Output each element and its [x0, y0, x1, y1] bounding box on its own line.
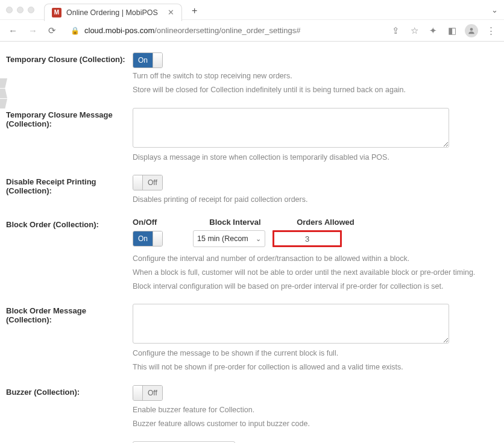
label-buzzer: Buzzer (Collection):	[6, 385, 133, 397]
toggle-knob	[133, 175, 143, 190]
label-disable-receipt: Disable Receipt Printing (Collection):	[6, 175, 133, 195]
select-value: 15 min (Recom	[197, 234, 248, 243]
row-temp-closure: Temporary Closure (Collection): On Turn …	[6, 46, 492, 102]
maximize-window-icon[interactable]	[28, 7, 34, 13]
orders-value: 3	[305, 234, 309, 243]
url-path: /onlineordersetting/online_order_setting…	[154, 26, 300, 35]
titlebar: M Online Ordering | MobiPOS ✕ + ⌄	[0, 0, 504, 19]
help-text: Displays a message in store when collect…	[133, 152, 492, 163]
label-block-order: Block Order (Collection):	[6, 218, 133, 229]
chevron-down-icon: ⌄	[256, 235, 261, 243]
settings-form: Temporary Closure (Collection): On Turn …	[0, 42, 504, 443]
toggle-knob	[133, 386, 143, 400]
label-block-order-msg: Block Order Message (Collection):	[6, 304, 133, 324]
row-disable-receipt: Disable Receipt Printing (Collection): O…	[6, 169, 492, 212]
close-tab-icon[interactable]: ✕	[168, 8, 174, 17]
toggle-label: On	[133, 231, 153, 246]
toggle-knob	[153, 231, 162, 246]
textarea-block-order-msg[interactable]	[133, 304, 449, 344]
address-bar[interactable]: 🔒 cloud.mobi-pos.com/onlineordersetting/…	[65, 24, 383, 37]
forward-button: →	[26, 25, 40, 36]
help-text: This will not be shown if pre-order for …	[133, 362, 492, 373]
help-text: Turn off the switch to stop receiving ne…	[133, 71, 492, 82]
share-icon[interactable]: ⇪	[389, 25, 402, 36]
window-controls[interactable]	[6, 7, 34, 13]
lock-icon: 🔒	[71, 27, 80, 35]
row-buzzer-name: Buzzer Name (Collection): Buzzer name sh…	[6, 435, 492, 443]
toggle-label: On	[133, 53, 153, 68]
reload-button[interactable]: ⟳	[46, 25, 58, 36]
close-window-icon[interactable]	[6, 7, 13, 13]
help-text: Configure the message to be shown if the…	[133, 348, 492, 359]
help-text: Configure the interval and number of ord…	[133, 253, 492, 265]
tabs-dropdown-icon[interactable]: ⌄	[491, 5, 498, 14]
header-interval: Block Interval	[193, 218, 277, 227]
block-order-headers: On/Off Block Interval Orders Allowed	[133, 218, 492, 227]
help-text: Disables printing of receipt for paid co…	[133, 194, 492, 206]
browser-chrome: M Online Ordering | MobiPOS ✕ + ⌄ ← → ⟳ …	[0, 0, 504, 42]
menu-icon[interactable]: ⋮	[484, 25, 498, 36]
toggle-label: Off	[143, 386, 162, 400]
url-host: cloud.mobi-pos.com	[84, 26, 154, 35]
collapsed-side-handle[interactable]	[0, 78, 7, 109]
profile-avatar[interactable]	[465, 24, 478, 37]
row-block-order-msg: Block Order Message (Collection): Config…	[6, 298, 492, 379]
sidepanel-icon[interactable]: ◧	[446, 25, 459, 36]
label-temp-closure-msg: Temporary Closure Message (Collection):	[6, 108, 133, 128]
toggle-buzzer[interactable]: Off	[133, 385, 163, 401]
textarea-temp-closure-msg[interactable]	[133, 108, 449, 148]
toggle-disable-receipt[interactable]: Off	[133, 175, 163, 190]
row-block-order: Block Order (Collection): On/Off Block I…	[6, 212, 492, 298]
browser-toolbar: ← → ⟳ 🔒 cloud.mobi-pos.com/onlineorderse…	[0, 19, 504, 41]
new-tab-button[interactable]: +	[188, 5, 201, 16]
toggle-knob	[153, 53, 162, 68]
tab-favicon: M	[52, 8, 61, 17]
help-text: When a block is full, customer will not …	[133, 267, 492, 278]
tab-title: Online Ordering | MobiPOS	[66, 8, 158, 17]
toggle-temp-closure[interactable]: On	[133, 52, 163, 68]
help-text: Store will be closed for Collection inde…	[133, 84, 492, 96]
input-orders-allowed[interactable]: 3	[272, 230, 342, 247]
row-buzzer: Buzzer (Collection): Off Enable buzzer f…	[6, 379, 492, 436]
url-text: cloud.mobi-pos.com/onlineordersetting/on…	[84, 26, 300, 35]
svg-point-0	[470, 28, 473, 31]
toggle-block-order[interactable]: On	[133, 231, 163, 247]
row-temp-closure-msg: Temporary Closure Message (Collection): …	[6, 102, 492, 169]
back-button[interactable]: ←	[6, 25, 20, 36]
extensions-icon[interactable]: ✦	[427, 25, 439, 36]
header-onoff: On/Off	[133, 218, 193, 227]
help-text: Enable buzzer feature for Collection.	[133, 404, 492, 416]
header-orders: Orders Allowed	[283, 218, 368, 227]
select-block-interval[interactable]: 15 min (Recom ⌄	[193, 230, 265, 247]
bookmark-icon[interactable]: ☆	[408, 25, 421, 36]
help-text: Block interval configuration will be bas…	[133, 281, 492, 292]
browser-tab[interactable]: M Online Ordering | MobiPOS ✕	[44, 4, 182, 21]
minimize-window-icon[interactable]	[17, 7, 24, 13]
toggle-label: Off	[143, 175, 162, 190]
label-temp-closure: Temporary Closure (Collection):	[6, 52, 133, 64]
help-text: Buzzer feature allows customer to input …	[133, 418, 492, 430]
